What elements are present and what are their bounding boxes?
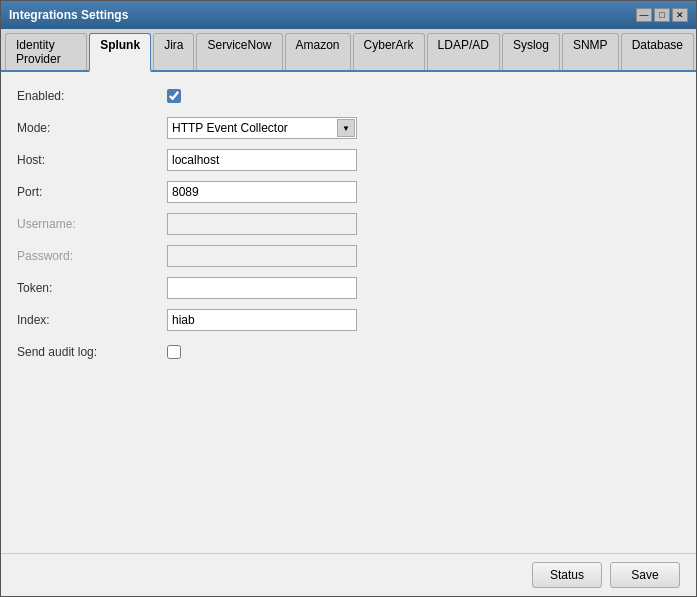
port-input[interactable] xyxy=(167,181,357,203)
window-title: Integrations Settings xyxy=(9,8,128,22)
tab-servicenow[interactable]: ServiceNow xyxy=(196,33,282,70)
status-button[interactable]: Status xyxy=(532,562,602,588)
password-row: Password: xyxy=(17,244,680,268)
token-label: Token: xyxy=(17,281,167,295)
password-input[interactable] xyxy=(167,245,357,267)
username-label: Username: xyxy=(17,217,167,231)
enabled-row: Enabled: xyxy=(17,84,680,108)
maximize-button[interactable]: □ xyxy=(654,8,670,22)
username-input[interactable] xyxy=(167,213,357,235)
tab-jira[interactable]: Jira xyxy=(153,33,194,70)
audit-log-row: Send audit log: xyxy=(17,340,680,364)
tabs-bar: Identity Provider Splunk Jira ServiceNow… xyxy=(1,29,696,72)
mode-label: Mode: xyxy=(17,121,167,135)
tab-snmp[interactable]: SNMP xyxy=(562,33,619,70)
index-row: Index: xyxy=(17,308,680,332)
footer: Status Save xyxy=(1,553,696,596)
token-input[interactable] xyxy=(167,277,357,299)
password-label: Password: xyxy=(17,249,167,263)
form-content: Enabled: Mode: HTTP Event Collector TCP … xyxy=(1,72,696,553)
tab-cyberark[interactable]: CyberArk xyxy=(353,33,425,70)
window-controls: — □ ✕ xyxy=(636,8,688,22)
token-row: Token: xyxy=(17,276,680,300)
title-bar: Integrations Settings — □ ✕ xyxy=(1,1,696,29)
save-button[interactable]: Save xyxy=(610,562,680,588)
tab-identity-provider[interactable]: Identity Provider xyxy=(5,33,87,70)
tab-database[interactable]: Database xyxy=(621,33,694,70)
index-label: Index: xyxy=(17,313,167,327)
main-window: Integrations Settings — □ ✕ Identity Pro… xyxy=(0,0,697,597)
index-input[interactable] xyxy=(167,309,357,331)
tab-ldap-ad[interactable]: LDAP/AD xyxy=(427,33,500,70)
close-button[interactable]: ✕ xyxy=(672,8,688,22)
enabled-checkbox[interactable] xyxy=(167,89,181,103)
audit-log-label: Send audit log: xyxy=(17,345,167,359)
host-row: Host: xyxy=(17,148,680,172)
port-label: Port: xyxy=(17,185,167,199)
mode-row: Mode: HTTP Event Collector TCP UDP ▼ xyxy=(17,116,680,140)
host-label: Host: xyxy=(17,153,167,167)
tab-amazon[interactable]: Amazon xyxy=(285,33,351,70)
username-row: Username: xyxy=(17,212,680,236)
enabled-label: Enabled: xyxy=(17,89,167,103)
tab-syslog[interactable]: Syslog xyxy=(502,33,560,70)
port-row: Port: xyxy=(17,180,680,204)
tab-splunk[interactable]: Splunk xyxy=(89,33,151,72)
minimize-button[interactable]: — xyxy=(636,8,652,22)
host-input[interactable] xyxy=(167,149,357,171)
mode-select[interactable]: HTTP Event Collector TCP UDP xyxy=(167,117,357,139)
audit-log-checkbox[interactable] xyxy=(167,345,181,359)
mode-select-wrapper: HTTP Event Collector TCP UDP ▼ xyxy=(167,117,357,139)
